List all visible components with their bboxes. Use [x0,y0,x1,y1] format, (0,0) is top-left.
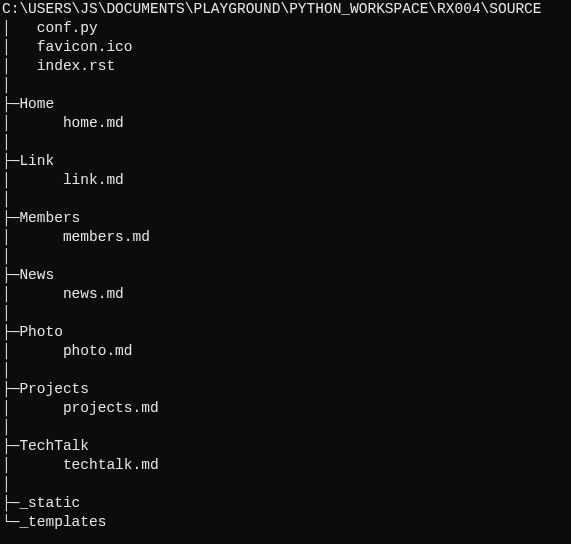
directory-tree: │ conf.py │ favicon.ico │ index.rst │ ├─… [2,19,569,532]
current-path: C:\USERS\JS\DOCUMENTS\PLAYGROUND\PYTHON_… [2,0,569,19]
terminal-output: C:\USERS\JS\DOCUMENTS\PLAYGROUND\PYTHON_… [0,0,571,532]
